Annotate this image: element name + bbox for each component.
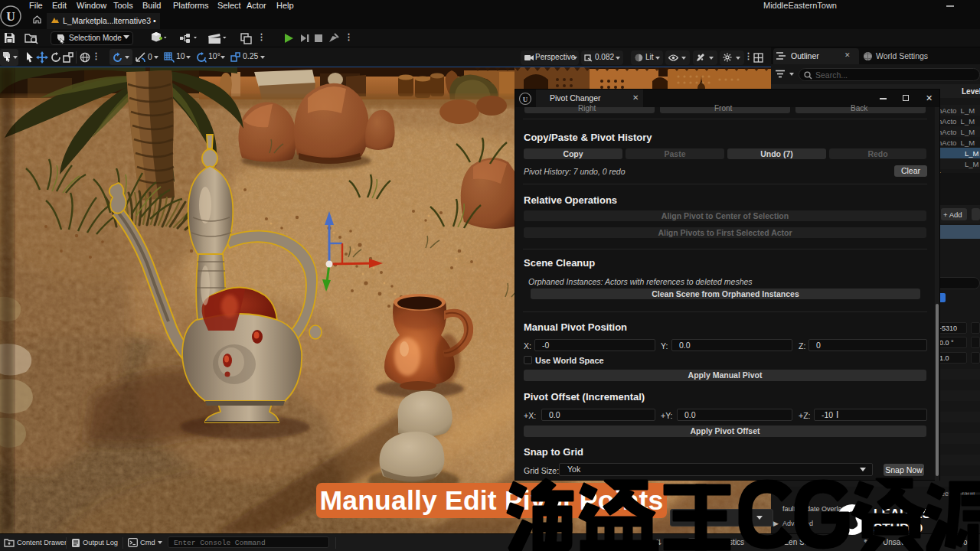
svg-text:U: U <box>523 96 528 103</box>
svg-text:U: U <box>6 10 15 23</box>
